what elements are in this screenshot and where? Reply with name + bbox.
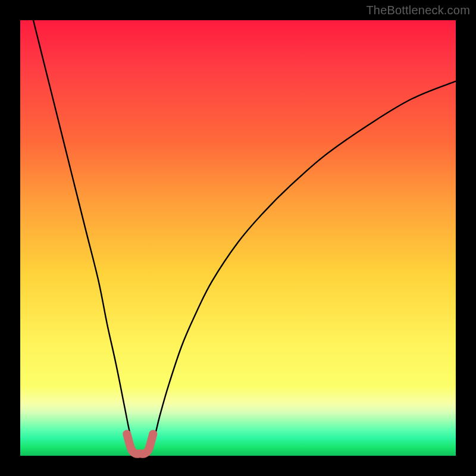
curve-layer xyxy=(20,20,456,456)
optimal-band xyxy=(127,434,153,454)
bottleneck-curve xyxy=(33,20,456,456)
plot-area xyxy=(20,20,456,456)
watermark-text: TheBottleneck.com xyxy=(366,4,470,17)
chart-frame: TheBottleneck.com xyxy=(0,0,476,476)
